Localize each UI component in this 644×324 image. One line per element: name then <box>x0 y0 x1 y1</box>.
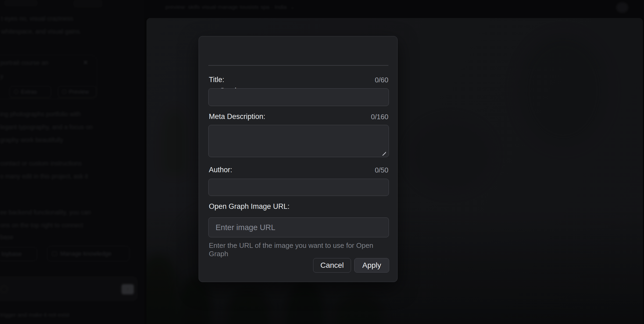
og-image-url-helper: Enter the URL of the image you want to u… <box>209 241 389 258</box>
author-counter: 0/50 <box>375 166 388 174</box>
settings-modal: Settings Title: 0/60 Meta Description: 0… <box>199 36 398 282</box>
divider <box>208 65 388 66</box>
meta-description-label: Meta Description: <box>209 112 265 121</box>
meta-description-textarea[interactable] <box>208 125 389 157</box>
author-input[interactable] <box>208 179 389 196</box>
title-counter: 0/60 <box>375 76 388 84</box>
cancel-button[interactable]: Cancel <box>313 258 351 273</box>
cancel-button-label: Cancel <box>320 261 344 270</box>
apply-button-label: Apply <box>362 261 381 270</box>
title-label: Title: <box>209 76 224 84</box>
apply-button[interactable]: Apply <box>354 258 389 273</box>
meta-description-counter: 0/160 <box>371 113 388 121</box>
title-input[interactable] <box>208 88 389 106</box>
author-label: Author: <box>209 166 232 174</box>
og-image-url-label: Open Graph Image URL: <box>209 202 289 211</box>
og-image-url-input[interactable] <box>208 217 389 237</box>
